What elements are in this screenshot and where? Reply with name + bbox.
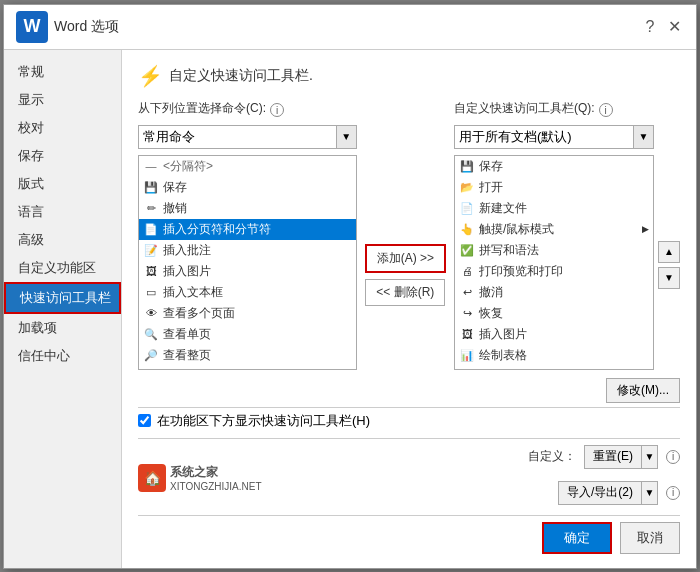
main-content: ⚡ 自定义快速访问工具栏. 从下列位置选择命令(C): i ▼ — [122, 50, 696, 568]
left-combo-dropdown[interactable]: ▼ — [336, 126, 356, 148]
import-export-dropdown-btn[interactable]: 导入/导出(2) ▼ — [558, 481, 658, 505]
import-export-arrow[interactable]: ▼ — [641, 482, 657, 504]
right-item-spell[interactable]: ✅ 拼写和语法 — [455, 240, 653, 261]
right-item-insert-picture[interactable]: 🖼 插入图片 — [455, 324, 653, 345]
list-item-label: 查找 — [163, 368, 187, 370]
right-info-icon[interactable]: i — [599, 103, 613, 117]
quick-access-icon: ⚡ — [138, 64, 163, 88]
ok-button[interactable]: 确定 — [542, 522, 612, 554]
list-item-label: 插入批注 — [163, 242, 211, 259]
modify-button[interactable]: 修改(M)... — [606, 378, 680, 403]
up-arrow-button[interactable]: ▲ — [658, 241, 680, 263]
right-item-label: 新建文件 — [479, 200, 527, 217]
logo-house-icon: 🏠 — [138, 464, 166, 492]
dialog-title: Word 选项 — [54, 18, 119, 36]
full-layout: ⚡ 自定义快速访问工具栏. 从下列位置选择命令(C): i ▼ — [138, 64, 680, 554]
show-below-ribbon-checkbox[interactable] — [138, 414, 151, 427]
add-button[interactable]: 添加(A) >> — [365, 244, 446, 273]
view-single-icon: 🔍 — [143, 326, 159, 342]
right-item-redo[interactable]: ↪ 恢复 — [455, 303, 653, 324]
sidebar: 常规 显示 校对 保存 版式 语言 高级 自定义功能区 快速访问工具栏 加载项 … — [4, 50, 122, 568]
reset-dropdown-arrow[interactable]: ▼ — [641, 446, 657, 468]
sidebar-item-trust-center[interactable]: 信任中心 — [4, 342, 121, 370]
list-item-label: 保存 — [163, 179, 187, 196]
right-item-new[interactable]: 📄 新建文件 — [455, 198, 653, 219]
sep3 — [138, 515, 680, 516]
dialog-body: 常规 显示 校对 保存 版式 语言 高级 自定义功能区 快速访问工具栏 加载项 … — [4, 50, 696, 568]
right-item-label: 插入图片 — [479, 326, 527, 343]
sidebar-item-quick-access[interactable]: 快速访问工具栏 — [4, 282, 121, 314]
right-combo-box[interactable]: ▼ — [454, 125, 654, 149]
right-item-undo[interactable]: ↩ 撤消 — [455, 282, 653, 303]
reset-info-icon[interactable]: i — [666, 450, 680, 464]
right-item-label: 拼写和语法 — [479, 242, 539, 259]
right-panel: 自定义快速访问工具栏(Q): i ▼ 💾 保存 — [454, 100, 654, 370]
right-item-label: 绘制表格 — [479, 347, 527, 364]
help-button[interactable]: ? — [640, 17, 660, 37]
remove-button[interactable]: << 删除(R) — [365, 279, 445, 306]
right-item-print[interactable]: 🖨 打印预览和打印 — [455, 261, 653, 282]
textbox-icon-r: ▭ — [459, 368, 475, 370]
right-item-label: 打开 — [479, 179, 503, 196]
left-list-box[interactable]: — <分隔符> 💾 保存 ✏ 撤销 — [138, 155, 357, 370]
list-item-view-full[interactable]: 🔎 查看整页 — [139, 345, 356, 366]
sidebar-item-language[interactable]: 语言 — [4, 198, 121, 226]
sidebar-item-advanced[interactable]: 高级 — [4, 226, 121, 254]
undo-icon-r: ↩ — [459, 284, 475, 300]
left-combo-box[interactable]: ▼ — [138, 125, 357, 149]
list-item-view-pages[interactable]: 👁 查看多个页面 — [139, 303, 356, 324]
sep1 — [138, 407, 680, 408]
right-item-insert-textbox[interactable]: ▭ 插入文本框 — [455, 366, 653, 370]
insert-page-icon: 📄 — [143, 221, 159, 237]
sidebar-item-save[interactable]: 保存 — [4, 142, 121, 170]
sidebar-item-layout[interactable]: 版式 — [4, 170, 121, 198]
right-combo-dropdown[interactable]: ▼ — [633, 126, 653, 148]
close-button[interactable]: ✕ — [664, 17, 684, 37]
title-bar: W Word 选项 ? ✕ — [4, 5, 696, 50]
list-item-view-single[interactable]: 🔍 查看单页 — [139, 324, 356, 345]
list-item-insert-comment[interactable]: 📝 插入批注 — [139, 240, 356, 261]
right-item-label: 插入文本框 — [479, 368, 539, 370]
down-arrow-button[interactable]: ▼ — [658, 267, 680, 289]
list-item-find[interactable]: 🔍 查找 — [139, 366, 356, 370]
import-info-icon[interactable]: i — [666, 486, 680, 500]
list-item-save[interactable]: 💾 保存 — [139, 177, 356, 198]
sep2 — [138, 438, 680, 439]
right-item-open[interactable]: 📂 打开 — [455, 177, 653, 198]
list-item-separator[interactable]: — <分隔符> — [139, 156, 356, 177]
right-item-label: 触摸/鼠标模式 — [479, 221, 554, 238]
left-panel: 从下列位置选择命令(C): i ▼ — <分隔符> — [138, 100, 357, 370]
list-item-insert-page[interactable]: 📄 插入分页符和分节符 — [139, 219, 356, 240]
sidebar-item-addins[interactable]: 加载项 — [4, 314, 121, 342]
sidebar-item-customize-ribbon[interactable]: 自定义功能区 — [4, 254, 121, 282]
save-icon: 💾 — [143, 179, 159, 195]
touch-icon-r: 👆 — [459, 221, 475, 237]
checkbox-label[interactable]: 在功能区下方显示快速访问工具栏(H) — [157, 412, 370, 430]
list-item-insert-picture[interactable]: 🖼 插入图片 — [139, 261, 356, 282]
import-export-row: 导入/导出(2) ▼ i — [558, 481, 680, 505]
arrow-buttons: ▲ ▼ — [654, 100, 680, 370]
right-item-draw-table[interactable]: 📊 绘制表格 — [455, 345, 653, 366]
middle-buttons: 添加(A) >> << 删除(R) — [357, 100, 454, 370]
list-item-undo-small[interactable]: ✏ 撤销 — [139, 198, 356, 219]
cancel-button[interactable]: 取消 — [620, 522, 680, 554]
right-item-label: 撤消 — [479, 284, 503, 301]
house-symbol: 🏠 — [144, 470, 161, 486]
section-header: ⚡ 自定义快速访问工具栏. — [138, 64, 680, 88]
list-item-insert-textbox[interactable]: ▭ 插入文本框 — [139, 282, 356, 303]
import-export-label: 导入/导出(2) — [559, 484, 641, 501]
left-combo-input[interactable] — [139, 129, 336, 144]
list-item-label: 插入图片 — [163, 263, 211, 280]
customize-row: 自定义： 重置(E) ▼ i — [528, 445, 680, 469]
left-info-icon[interactable]: i — [270, 103, 284, 117]
reset-dropdown-btn[interactable]: 重置(E) ▼ — [584, 445, 658, 469]
sidebar-item-general[interactable]: 常规 — [4, 58, 121, 86]
list-item-label: <分隔符> — [163, 158, 213, 175]
sidebar-item-display[interactable]: 显示 — [4, 86, 121, 114]
right-combo-input[interactable] — [455, 129, 633, 144]
sidebar-item-proofing[interactable]: 校对 — [4, 114, 121, 142]
right-item-save[interactable]: 💾 保存 — [455, 156, 653, 177]
word-options-dialog: W Word 选项 ? ✕ 常规 显示 校对 保存 版式 语言 高级 自定义功能… — [3, 4, 697, 569]
right-list-box[interactable]: 💾 保存 📂 打开 📄 新建文件 — [454, 155, 654, 370]
right-item-touch[interactable]: 👆 触摸/鼠标模式 ▶ — [455, 219, 653, 240]
